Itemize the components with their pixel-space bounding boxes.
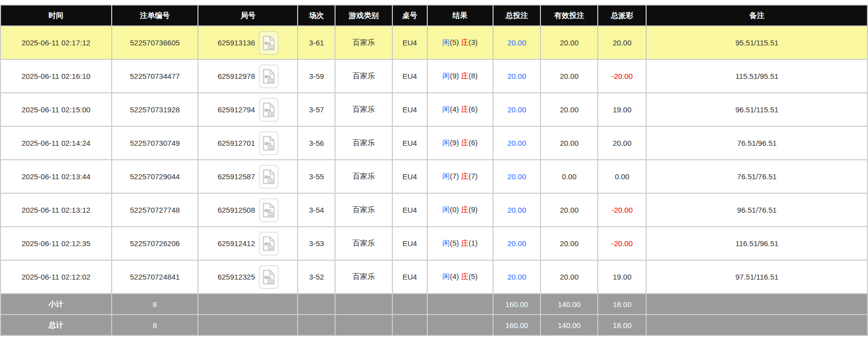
result-banker-label: 庄 (461, 205, 469, 214)
subtotal-count: 8 (112, 294, 198, 315)
col-header-valid-bet: 有效投注 (540, 5, 598, 26)
cell-valid-bet: 20.00 (540, 260, 598, 294)
round-id-text: 625912794 (217, 105, 255, 114)
result-player-label: 闲 (442, 138, 450, 147)
table-row: 2025-06-11 02:12:35 522570726206 6259124… (0, 227, 868, 260)
result-player-score: (9) (450, 71, 459, 80)
cell-game-type: 百家乐 (335, 26, 392, 59)
video-replay-icon (262, 135, 275, 151)
result-banker-score: (6) (469, 105, 478, 113)
cell-game-type: 百家乐 (335, 227, 392, 260)
video-replay-button[interactable] (259, 265, 279, 289)
cell-bet-id: 522570724841 (112, 260, 198, 294)
cell-total-bet: 20.00 (493, 260, 541, 294)
grand-total-empty-remark (646, 315, 868, 336)
result-banker-score: (7) (469, 172, 478, 180)
subtotal-label: 小计 (0, 294, 112, 315)
cell-valid-bet: 20.00 (540, 193, 598, 227)
video-replay-button[interactable] (259, 232, 279, 256)
video-replay-button[interactable] (259, 131, 279, 155)
cell-time: 2025-06-11 02:12:35 (0, 227, 112, 260)
cell-bet-id: 522570726206 (112, 227, 198, 260)
cell-total-bet: 20.00 (493, 59, 541, 93)
grand-total-row: 总计 8 160.00 140.00 18.00 (0, 315, 868, 336)
cell-payout: 19.00 (598, 260, 646, 294)
video-replay-icon (262, 68, 275, 84)
cell-session: 3-59 (298, 59, 335, 93)
round-id-text: 625912701 (217, 139, 255, 147)
cell-remark: 95.51/115.51 (646, 26, 868, 59)
cell-valid-bet: 20.00 (540, 126, 598, 160)
cell-valid-bet: 20.00 (540, 93, 598, 126)
cell-session: 3-54 (298, 193, 335, 227)
round-id-text: 625913136 (217, 38, 255, 47)
cell-remark: 96.51/115.51 (646, 93, 868, 126)
cell-result: 闲(7) 庄(7) (427, 160, 493, 193)
cell-payout: 0.00 (598, 160, 646, 193)
cell-bet-id: 522570727748 (112, 193, 198, 227)
cell-session: 3-61 (298, 26, 335, 59)
result-banker-score: (1) (469, 239, 478, 247)
cell-session: 3-55 (298, 160, 335, 193)
round-id-text: 625912325 (217, 273, 255, 281)
cell-round-id: 625913136 (198, 26, 298, 59)
cell-table-no: EU4 (392, 227, 427, 260)
result-player-score: (5) (450, 239, 459, 247)
grand-total-empty-table (392, 315, 427, 336)
cell-game-type: 百家乐 (335, 126, 392, 160)
cell-session: 3-52 (298, 260, 335, 294)
subtotal-empty-session (298, 294, 335, 315)
cell-valid-bet: 20.00 (540, 227, 598, 260)
cell-session: 3-57 (298, 93, 335, 126)
cell-game-type: 百家乐 (335, 260, 392, 294)
table-row: 2025-06-11 02:12:02 522570724841 6259123… (0, 260, 868, 294)
col-header-session: 场次 (298, 5, 335, 26)
table-row: 2025-06-11 02:14:24 522570730749 6259127… (0, 126, 868, 160)
video-replay-icon (262, 202, 275, 218)
cell-total-bet: 20.00 (493, 227, 541, 260)
subtotal-payout: 18.00 (598, 294, 646, 315)
video-replay-button[interactable] (259, 64, 279, 88)
result-player-label: 闲 (442, 71, 450, 80)
cell-payout: 20.00 (598, 126, 646, 160)
subtotal-empty-remark (646, 294, 868, 315)
cell-round-id: 625912794 (198, 93, 298, 126)
result-player-score: (4) (450, 272, 459, 281)
cell-table-no: EU4 (392, 126, 427, 160)
cell-total-bet: 20.00 (493, 193, 541, 227)
cell-bet-id: 522570736605 (112, 26, 198, 59)
round-id-text: 625912508 (217, 206, 255, 214)
result-player-score: (9) (450, 138, 459, 147)
result-player-score: (5) (450, 38, 459, 46)
cell-result: 闲(9) 庄(8) (427, 59, 493, 93)
cell-payout: 20.00 (598, 26, 646, 59)
cell-round-id: 625912978 (198, 59, 298, 93)
video-replay-button[interactable] (259, 165, 279, 189)
subtotal-row: 小计 8 160.00 140.00 18.00 (0, 294, 868, 315)
cell-remark: 116.51/96.51 (646, 227, 868, 260)
subtotal-empty-game (335, 294, 392, 315)
cell-result: 闲(0) 庄(9) (427, 193, 493, 227)
cell-table-no: EU4 (392, 59, 427, 93)
grand-total-count: 8 (112, 315, 198, 336)
table-row: 2025-06-11 02:13:44 522570729044 6259125… (0, 160, 868, 193)
result-banker-label: 庄 (461, 138, 469, 147)
cell-remark: 96.51/76.51 (646, 193, 868, 227)
table-footer: 小计 8 160.00 140.00 18.00 总计 8 1 (0, 294, 868, 336)
result-player-label: 闲 (442, 105, 450, 113)
table-row: 2025-06-11 02:17:12 522570736605 6259131… (0, 26, 868, 59)
video-replay-button[interactable] (259, 198, 279, 222)
result-player-label: 闲 (442, 172, 450, 180)
cell-time: 2025-06-11 02:16:10 (0, 59, 112, 93)
table-body: 2025-06-11 02:17:12 522570736605 6259131… (0, 26, 868, 294)
subtotal-total-bet: 160.00 (493, 294, 541, 315)
cell-time: 2025-06-11 02:17:12 (0, 26, 112, 59)
cell-total-bet: 20.00 (493, 160, 541, 193)
cell-time: 2025-06-11 02:14:24 (0, 126, 112, 160)
subtotal-valid-bet: 140.00 (540, 294, 598, 315)
video-replay-button[interactable] (259, 98, 279, 122)
video-replay-button[interactable] (259, 31, 279, 55)
cell-table-no: EU4 (392, 193, 427, 227)
table-row: 2025-06-11 02:16:10 522570734477 6259129… (0, 59, 868, 93)
col-header-time: 时间 (0, 5, 112, 26)
